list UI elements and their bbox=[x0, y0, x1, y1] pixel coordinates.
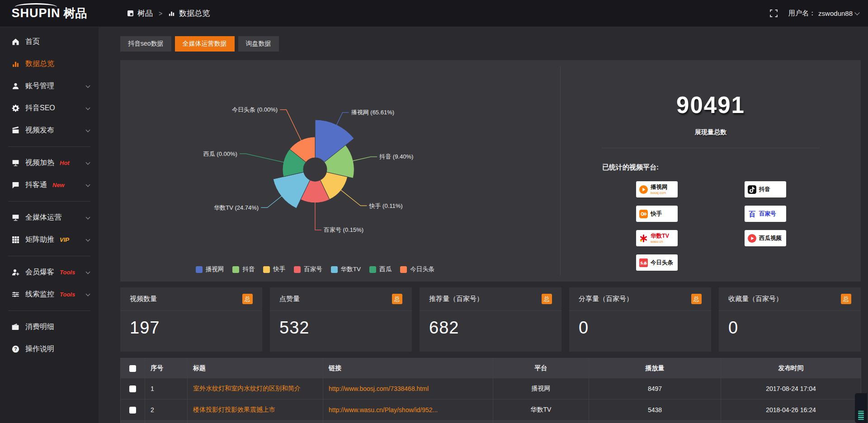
chevron-down-icon bbox=[86, 215, 90, 219]
sidebar-item-tag: Tools bbox=[60, 291, 75, 298]
sidebar-item[interactable]: 账号管理 bbox=[0, 75, 99, 97]
total-badge[interactable]: 总 bbox=[841, 294, 851, 304]
chevron-down-icon bbox=[86, 160, 90, 164]
pie-label-line bbox=[261, 196, 282, 208]
sidebar-item-label: 首页 bbox=[25, 37, 40, 47]
sidebar-item[interactable]: 数据总览 bbox=[0, 53, 99, 75]
total-badge[interactable]: 总 bbox=[392, 294, 402, 304]
platform-badge[interactable]: 头条 今日头条 bbox=[636, 254, 678, 271]
total-badge[interactable]: 总 bbox=[242, 294, 253, 304]
legend-swatch bbox=[369, 266, 376, 273]
platform-badge[interactable]: 抖音 bbox=[745, 181, 786, 197]
sidebar-item[interactable]: 视频发布 bbox=[0, 119, 99, 141]
select-all-cell bbox=[121, 358, 145, 378]
stat-card-header: 推荐量（百家号） 总 bbox=[420, 287, 561, 311]
sidebar-item[interactable]: 会员爆客 Tools bbox=[0, 261, 99, 283]
legend-item[interactable]: 西瓜 bbox=[369, 265, 392, 273]
pie-label-line bbox=[240, 154, 284, 162]
stat-cards-row: 视频数量 总 197 点赞量 总 532 推荐量（百家号） 总 682 分享量（… bbox=[120, 287, 861, 352]
platform-badge[interactable]: 西瓜视频 bbox=[745, 230, 786, 246]
legend-swatch bbox=[400, 266, 407, 273]
legend-item[interactable]: 今日头条 bbox=[400, 265, 434, 273]
sidebar-item[interactable]: 抖客通 New bbox=[0, 174, 99, 196]
sidebar-item-tag: Hot bbox=[60, 160, 70, 166]
legend-item[interactable]: 百家号 bbox=[294, 265, 322, 273]
legend-item[interactable]: 抖音 bbox=[232, 265, 255, 273]
video-title-link[interactable]: 室外水纹灯和室内水纹灯的区别和简介 bbox=[193, 385, 301, 392]
floating-contact-widget[interactable] bbox=[855, 393, 867, 423]
sidebar-item[interactable]: 首页 bbox=[0, 31, 99, 53]
tab-2[interactable]: 询盘数据 bbox=[238, 36, 279, 52]
screen-play-icon bbox=[12, 159, 19, 167]
platform-badge[interactable]: 华数TVwasu.cn bbox=[636, 230, 678, 246]
topbar-right: 用户名：zswodun88 bbox=[770, 9, 868, 18]
wasu-icon bbox=[639, 234, 648, 243]
legend-swatch bbox=[232, 266, 239, 273]
stat-card-value: 197 bbox=[120, 311, 262, 338]
total-badge[interactable]: 总 bbox=[542, 294, 552, 304]
tab-0[interactable]: 抖音seo数据 bbox=[120, 36, 171, 52]
username-value: zswodun88 bbox=[818, 9, 853, 17]
column-header: 平台 bbox=[493, 358, 589, 378]
username-label: 用户名： bbox=[788, 9, 816, 18]
fullscreen-icon[interactable] bbox=[770, 9, 778, 17]
sidebar-item-tag: VIP bbox=[60, 236, 69, 243]
legend-item[interactable]: 快手 bbox=[263, 265, 285, 273]
kuaishou-icon bbox=[639, 209, 648, 219]
legend-label: 播视网 bbox=[206, 265, 224, 273]
row-select-cell bbox=[121, 378, 145, 400]
sidebar-item[interactable]: 矩阵助推 VIP bbox=[0, 229, 99, 251]
legend-swatch bbox=[331, 266, 338, 273]
platform-badge-name: 百家号 bbox=[759, 211, 776, 217]
video-title-link[interactable]: 楼体投影灯投影效果震撼上市 bbox=[193, 406, 275, 413]
svg-text:百: 百 bbox=[749, 210, 755, 217]
sidebar-item[interactable]: 抖音SEO bbox=[0, 97, 99, 119]
row-checkbox[interactable] bbox=[129, 407, 136, 414]
sidebar-item[interactable]: ? 操作说明 bbox=[0, 338, 99, 360]
sidebar-item[interactable]: 全媒体运营 bbox=[0, 207, 99, 229]
pie-slice[interactable] bbox=[273, 172, 310, 208]
pie-label-line bbox=[336, 113, 349, 125]
sidebar-item-label: 消费明细 bbox=[25, 322, 54, 332]
user-add-icon bbox=[12, 268, 19, 276]
link-cell: http://www.boosj.com/7338468.html bbox=[323, 378, 493, 400]
table-row-partial bbox=[121, 421, 861, 423]
column-header: 标题 bbox=[188, 358, 323, 378]
platform-badge[interactable]: 百 百家号 bbox=[745, 206, 786, 222]
legend-item[interactable]: 华数TV bbox=[331, 265, 361, 273]
sliders-icon bbox=[12, 291, 19, 298]
logo-text-en: SHUPIN bbox=[11, 6, 60, 20]
user-menu[interactable]: 用户名：zswodun88 bbox=[788, 9, 859, 18]
total-badge[interactable]: 总 bbox=[691, 294, 702, 304]
video-url-link[interactable]: http://www.wasu.cn/Play/show/id/952... bbox=[329, 406, 438, 414]
breadcrumb-root[interactable]: 树品 bbox=[137, 8, 153, 19]
stat-card-value: 682 bbox=[420, 311, 561, 338]
sidebar-item[interactable]: 线索监控 Tools bbox=[0, 283, 99, 306]
legend-label: 华数TV bbox=[341, 265, 361, 273]
pie-label: 播视网 (65.61%) bbox=[351, 109, 394, 116]
pie-label-line bbox=[353, 157, 377, 161]
platform-badge[interactable]: 快手 bbox=[636, 206, 678, 222]
chevron-down-icon bbox=[86, 105, 90, 110]
platform-badge[interactable]: 播视网boosj.com bbox=[636, 181, 678, 197]
home-icon bbox=[12, 38, 19, 46]
sidebar-item-tag: New bbox=[52, 182, 65, 188]
baijiahao-icon: 百 bbox=[747, 209, 757, 219]
select-all-checkbox[interactable] bbox=[129, 365, 136, 372]
stat-card-value: 0 bbox=[569, 311, 711, 338]
pie-label: 今日头条 (0.00%) bbox=[232, 106, 278, 113]
video-table: 序号标题链接平台播放量发布时间 1 室外水纹灯和室内水纹灯的区别和简介 http… bbox=[120, 358, 861, 423]
platform-badge-sub: boosj.com bbox=[651, 191, 666, 195]
sidebar-item[interactable]: 视频加热 Hot bbox=[0, 152, 99, 174]
video-url-link[interactable]: http://www.boosj.com/7338468.html bbox=[329, 385, 429, 392]
main-content: 抖音seo数据全媒体运营数据询盘数据 播视网 (65.61%)抖音 (9.40%… bbox=[120, 27, 861, 423]
legend-item[interactable]: 播视网 bbox=[196, 265, 224, 273]
stat-card: 分享量（百家号） 总 0 bbox=[569, 287, 711, 352]
sidebar-item-label: 抖客通 bbox=[25, 180, 47, 190]
row-checkbox[interactable] bbox=[129, 385, 136, 392]
legend-label: 今日头条 bbox=[410, 265, 434, 273]
sidebar-item[interactable]: 消费明细 bbox=[0, 316, 99, 338]
stat-card: 收藏量（百家号） 总 0 bbox=[719, 287, 861, 352]
tab-1[interactable]: 全媒体运营数据 bbox=[175, 36, 235, 52]
chevron-down-icon bbox=[86, 269, 90, 274]
